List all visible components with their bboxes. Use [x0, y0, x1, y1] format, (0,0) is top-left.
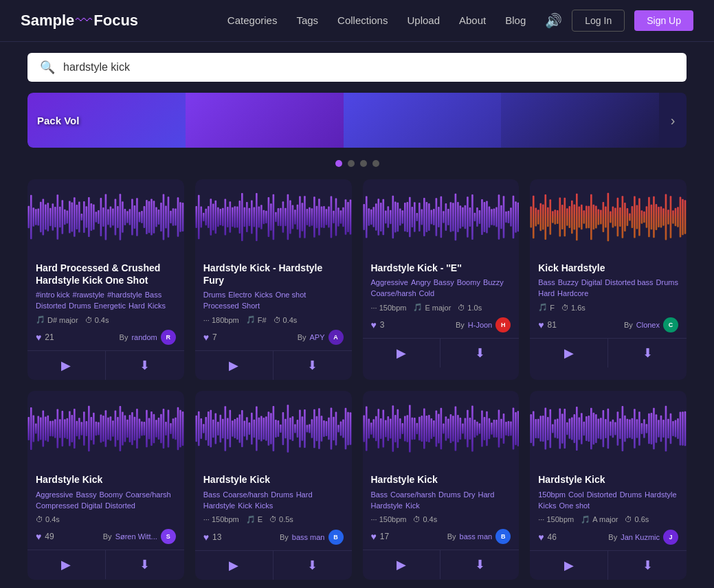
- carousel-next-icon[interactable]: ›: [659, 93, 687, 148]
- tag[interactable]: Kick: [405, 501, 420, 510]
- like-icon-1[interactable]: ♥: [203, 332, 209, 343]
- like-icon-6[interactable]: ♥: [371, 531, 377, 542]
- carousel-item-2[interactable]: [344, 93, 502, 148]
- tag[interactable]: Digital: [81, 501, 102, 510]
- play-button-0[interactable]: ▶: [27, 351, 106, 380]
- carousel-dot-1[interactable]: [348, 160, 355, 167]
- logo[interactable]: Sample 〰 Focus: [21, 11, 138, 30]
- signup-button[interactable]: Sign Up: [634, 10, 693, 31]
- tag[interactable]: Kicks: [538, 501, 556, 510]
- tag[interactable]: Coarse/harsh: [390, 490, 436, 499]
- like-icon-7[interactable]: ♥: [538, 532, 544, 543]
- tag[interactable]: Energetic: [93, 302, 125, 310]
- play-button-5[interactable]: ▶: [195, 551, 274, 580]
- tag[interactable]: Bass: [203, 490, 220, 499]
- tag[interactable]: Boomy: [99, 490, 122, 499]
- author-name-0[interactable]: random: [131, 333, 157, 341]
- author-name-7[interactable]: Jan Kuzmic: [621, 533, 660, 541]
- play-button-6[interactable]: ▶: [363, 550, 441, 579]
- author-name-2[interactable]: H-Joon: [468, 321, 492, 329]
- tag[interactable]: #rawstyle: [73, 291, 104, 299]
- download-button-6[interactable]: ⬇: [440, 550, 519, 579]
- tag[interactable]: Digital: [581, 278, 603, 286]
- tag[interactable]: Buzzy: [483, 278, 504, 286]
- tag[interactable]: Cool: [568, 490, 584, 499]
- tag[interactable]: Distorted: [587, 490, 617, 499]
- tag[interactable]: Bassy: [76, 490, 96, 499]
- download-button-5[interactable]: ⬇: [274, 551, 352, 580]
- tag[interactable]: Drums: [438, 490, 460, 499]
- tag[interactable]: Bass: [538, 278, 555, 286]
- author-name-4[interactable]: Søren Witt...: [115, 532, 157, 541]
- tag[interactable]: Distorted: [105, 501, 135, 510]
- tag[interactable]: Hardstyle: [645, 490, 676, 499]
- tag[interactable]: Coarse/harsh: [223, 490, 268, 499]
- volume-icon[interactable]: 🔊: [545, 12, 562, 29]
- tag[interactable]: Hard: [538, 289, 555, 297]
- search-input[interactable]: [63, 61, 674, 74]
- tag[interactable]: Drums: [620, 490, 642, 499]
- tag[interactable]: Bassy: [434, 278, 454, 286]
- tag[interactable]: Dry: [463, 490, 475, 499]
- tag[interactable]: Drums: [271, 490, 293, 499]
- carousel-item-0[interactable]: Pack Vol: [27, 93, 186, 148]
- tag[interactable]: Hard: [478, 490, 495, 499]
- play-button-2[interactable]: ▶: [363, 339, 441, 368]
- like-icon-4[interactable]: ♥: [36, 531, 41, 542]
- tag[interactable]: Short: [242, 302, 260, 310]
- tag[interactable]: Distorted: [36, 302, 66, 310]
- tag[interactable]: Distorted bass: [605, 278, 653, 286]
- tag[interactable]: Boomy: [457, 278, 480, 286]
- tag[interactable]: Bass: [371, 490, 388, 499]
- download-button-1[interactable]: ⬇: [274, 351, 352, 380]
- carousel-dot-3[interactable]: [372, 160, 379, 167]
- tag[interactable]: Hardcore: [557, 289, 588, 297]
- tag[interactable]: Electro: [228, 291, 252, 299]
- carousel-item-1[interactable]: [186, 93, 344, 148]
- tag[interactable]: Kicks: [254, 291, 272, 299]
- play-button-3[interactable]: ▶: [530, 339, 608, 368]
- tag[interactable]: 150bpm: [538, 490, 566, 499]
- tag[interactable]: Coarse/harsh: [126, 490, 171, 499]
- author-name-5[interactable]: bass man: [292, 533, 325, 541]
- nav-link-about[interactable]: About: [459, 14, 486, 26]
- download-button-4[interactable]: ⬇: [106, 550, 184, 579]
- nav-link-collections[interactable]: Collections: [337, 14, 388, 26]
- tag[interactable]: Compressed: [36, 501, 78, 510]
- like-icon-2[interactable]: ♥: [371, 319, 377, 330]
- carousel-dot-0[interactable]: [335, 160, 342, 167]
- tag[interactable]: Drums: [203, 291, 225, 299]
- tag[interactable]: Aggressive: [371, 278, 408, 286]
- tag[interactable]: One shot: [559, 501, 590, 510]
- carousel-dot-2[interactable]: [360, 160, 367, 167]
- play-button-4[interactable]: ▶: [27, 550, 106, 579]
- tag[interactable]: One shot: [276, 291, 306, 299]
- download-button-2[interactable]: ⬇: [440, 339, 519, 368]
- download-button-0[interactable]: ⬇: [106, 351, 184, 380]
- tag[interactable]: #intro kick: [36, 291, 70, 299]
- tag[interactable]: #hardstyle: [107, 291, 142, 299]
- tag[interactable]: Drums: [656, 278, 678, 286]
- tag[interactable]: Hardstyle: [203, 501, 235, 510]
- nav-link-tags[interactable]: Tags: [296, 14, 318, 26]
- download-button-7[interactable]: ⬇: [608, 551, 687, 580]
- play-button-7[interactable]: ▶: [530, 551, 608, 580]
- login-button[interactable]: Log In: [572, 10, 625, 32]
- tag[interactable]: Kicks: [255, 501, 273, 510]
- tag[interactable]: Buzzy: [558, 278, 579, 286]
- tag[interactable]: Hardstyle: [371, 501, 403, 510]
- tag[interactable]: Bass: [145, 291, 161, 299]
- tag[interactable]: Processed: [203, 302, 239, 310]
- tag[interactable]: Coarse/harsh: [371, 289, 416, 297]
- author-name-3[interactable]: Clonex: [636, 321, 660, 329]
- like-icon-3[interactable]: ♥: [538, 319, 544, 330]
- tag[interactable]: Angry: [411, 278, 431, 286]
- download-button-3[interactable]: ⬇: [608, 339, 687, 368]
- tag[interactable]: Kick: [238, 501, 252, 510]
- nav-link-categories[interactable]: Categories: [227, 14, 278, 26]
- like-icon-0[interactable]: ♥: [36, 332, 41, 343]
- like-icon-5[interactable]: ♥: [203, 532, 209, 543]
- carousel-item-3[interactable]: [501, 93, 659, 148]
- tag[interactable]: Kicks: [148, 302, 166, 310]
- tag[interactable]: Aggressive: [36, 490, 73, 499]
